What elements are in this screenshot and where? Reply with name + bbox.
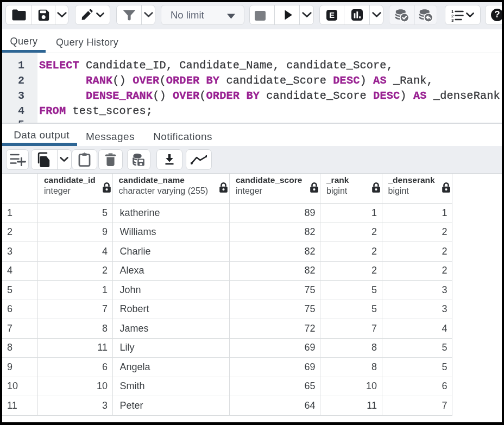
svg-text:3: 3	[451, 18, 454, 22]
